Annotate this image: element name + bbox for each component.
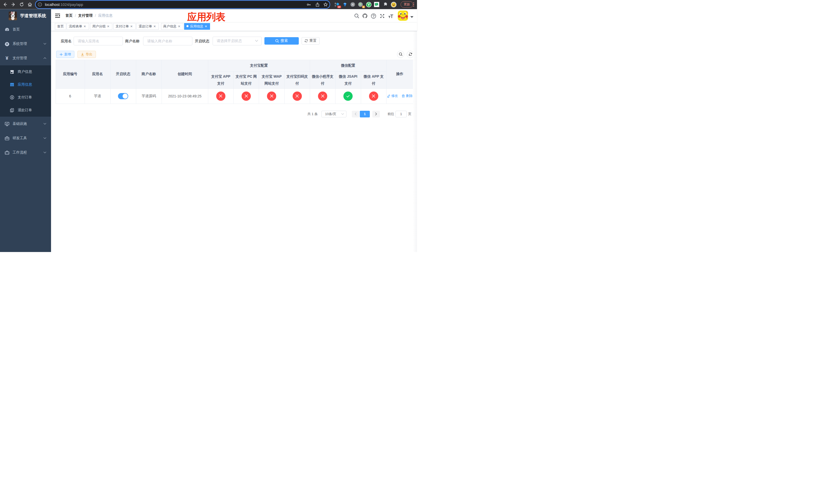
close-icon[interactable]: ✕ [153,23,156,29]
browser-reload-icon[interactable] [18,0,25,9]
extension-recorder-icon[interactable]: 1 [357,1,364,8]
close-icon[interactable]: ✕ [106,23,110,29]
page-size-select[interactable]: 10条/页 [321,111,347,117]
browser-home-icon[interactable] [26,0,34,9]
tab-app-info[interactable]: 应用信息✕ [184,23,210,30]
caret-down-icon[interactable] [410,16,413,18]
extensions-puzzle-icon[interactable] [381,1,389,8]
status-select[interactable]: 请选择开启状态 [213,37,262,45]
password-key-icon[interactable] [305,1,312,8]
cell-app-name: 芋道 [85,88,110,104]
logo[interactable]: 芋道管理系统 [0,9,51,22]
tab-home[interactable]: 首页 [55,23,66,30]
tag-label: 用户分组 [92,24,106,28]
col-alipay-app: 支付宝 APP 支付 [208,71,234,88]
edit-link-label: 修改 [391,94,398,98]
status-cross-icon [369,92,378,101]
browser-forward-icon[interactable] [9,0,17,9]
extension-chat-icon[interactable] [373,1,380,8]
prev-page-button[interactable] [352,111,359,117]
hamburger-icon[interactable] [55,13,60,18]
url-text[interactable]: localhost:1024/pay/app [45,3,83,7]
tag-label: 应用信息 [190,24,203,28]
browser-back-icon[interactable] [1,0,9,9]
search-button[interactable]: 搜索 [264,37,299,45]
address-bar[interactable]: localhost:1024/pay/app [36,1,330,8]
reset-button[interactable]: 重置 [302,37,320,45]
sidebar-item-refund-orders[interactable]: 退款订单 [0,104,51,117]
page-number-1[interactable]: 1 [360,111,370,117]
chevron-down-icon [43,137,46,139]
extension-diamond-icon[interactable] [341,1,349,8]
tab-process-form[interactable]: 流程表单✕ [67,23,89,30]
select-placeholder: 请选择开启状态 [213,39,242,43]
download-icon [81,53,84,56]
cell-create-time: 2021-10-23 08:49:25 [161,88,208,104]
browser-menu-icon[interactable] [411,1,416,8]
tab-user-group[interactable]: 用户分组✕ [90,23,112,30]
breadcrumb-separator: / [95,14,96,18]
close-icon[interactable]: ✕ [204,23,208,29]
cell-actions: 修改 删除 [387,88,413,104]
delete-link[interactable]: 删除 [402,94,413,98]
col-wechat-lite: 微信小程序支 付 [310,71,335,88]
site-info-icon[interactable] [36,1,43,8]
sidebar-item-home[interactable]: 首页 [0,22,51,37]
next-page-button[interactable] [372,111,380,117]
sidebar-item-infrastructure[interactable]: 基础设施 [0,117,51,131]
goto-page-input[interactable] [395,111,407,117]
extension-y-icon[interactable] [365,1,372,8]
extension-monkey-icon[interactable]: 10 [333,1,341,8]
bookmark-star-icon[interactable] [322,1,329,8]
github-icon[interactable] [362,13,368,19]
close-icon[interactable]: ✕ [130,23,133,29]
col-group-alipay: 支付宝配置 [208,60,310,72]
sidebar-item-dev-tools[interactable]: 研发工具 [0,131,51,145]
font-size-icon[interactable] [388,13,394,19]
tab-payment-orders[interactable]: 支付订单✕ [113,23,136,30]
scrollbar-track[interactable] [413,9,417,252]
cell-wechat-app [361,88,387,104]
breadcrumb-payment[interactable]: 支付管理 [78,13,93,18]
table-row: 6 芋道 芋道源码 2021-10-23 08:49:25 [56,88,413,104]
sidebar-item-merchant-info[interactable]: 商户信息 [0,65,51,78]
gear-icon [4,42,10,46]
show-search-toggle-button[interactable] [397,51,404,58]
share-icon[interactable] [314,1,321,8]
avatar[interactable] [398,10,408,21]
chevron-up-icon [43,57,46,59]
sidebar-item-system[interactable]: 系统管理 [0,37,51,51]
col-actions: 操作 [387,60,413,89]
sidebar-item-label: 基础设施 [13,121,27,126]
tab-merchant-info[interactable]: 商户信息✕ [161,23,183,30]
annotation-title: 应用列表 [170,11,242,23]
help-icon[interactable] [370,13,376,19]
export-button[interactable]: 导出 [78,51,96,58]
browser-toolbar: localhost:1024/pay/app 10 ⌘ [0,0,417,9]
chevron-down-icon [43,123,46,125]
profile-emoji-icon[interactable] [390,1,397,8]
update-label: 更新 [404,2,410,7]
status-toggle-on[interactable] [118,93,128,99]
search-icon[interactable] [354,13,360,19]
sidebar-item-payment-orders[interactable]: 支付订单 [0,91,51,104]
fullscreen-icon[interactable] [379,13,385,19]
close-icon[interactable]: ✕ [83,23,87,29]
close-icon[interactable]: ✕ [177,23,181,29]
status-cross-icon [216,92,225,101]
extension-command-icon[interactable]: ⌘ [349,1,356,8]
payment-submenu: 商户信息 应用信息 支付订单 退款订单 [0,65,51,117]
tag-label: 首页 [57,24,64,28]
breadcrumb: 首页 / 支付管理 / 应用信息 [65,9,113,22]
add-button[interactable]: 新增 [56,51,74,58]
cell-merchant: 芋道源码 [136,88,161,104]
cell-wechat-lite [310,88,335,104]
cell-wechat-jsapi [335,88,361,104]
sidebar-item-workflow[interactable]: 工作流程 [0,145,51,160]
breadcrumb-home[interactable]: 首页 [65,13,72,18]
sidebar-item-app-info[interactable]: 应用信息 [0,78,51,91]
tab-refund-orders[interactable]: 退款订单✕ [136,23,159,30]
sidebar-item-payment[interactable]: ¥ 支付管理 [0,51,51,65]
sidebar-item-label: 系统管理 [13,42,27,46]
edit-link[interactable]: 修改 [387,94,398,98]
